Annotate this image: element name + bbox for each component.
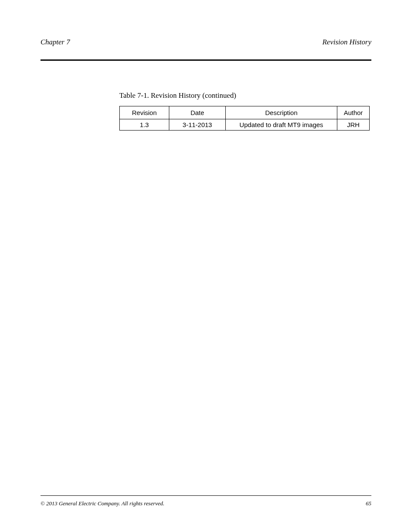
page-footer: © 2013 General Electric Company. All rig… — [40, 500, 371, 507]
col-header-revision: Revision — [120, 106, 169, 119]
col-header-description: Description — [226, 106, 337, 119]
cell-revision: 1.3 — [120, 119, 169, 131]
revision-history-table: Revision Date Description Author 1.3 3-1… — [119, 106, 370, 131]
page: Chapter 7 Revision History Table 7-1. Re… — [0, 0, 411, 532]
footer-page-number: 65 — [366, 500, 371, 507]
cell-date: 3-11-2013 — [169, 119, 226, 131]
page-header: Chapter 7 Revision History — [40, 38, 371, 47]
header-left: Chapter 7 — [40, 38, 70, 47]
col-header-date: Date — [169, 106, 226, 119]
header-right: Revision History — [322, 38, 371, 47]
table-caption: Table 7-1. Revision History (continued) — [119, 91, 236, 100]
col-header-author: Author — [337, 106, 370, 119]
footer-copyright: © 2013 General Electric Company. All rig… — [40, 500, 165, 507]
footer-rule — [40, 495, 371, 496]
cell-description: Updated to draft MT9 images — [226, 119, 337, 131]
cell-author: JRH — [337, 119, 370, 131]
table-row: 1.3 3-11-2013 Updated to draft MT9 image… — [120, 119, 370, 131]
header-rule — [40, 59, 371, 61]
table-header-row: Revision Date Description Author — [120, 106, 370, 119]
